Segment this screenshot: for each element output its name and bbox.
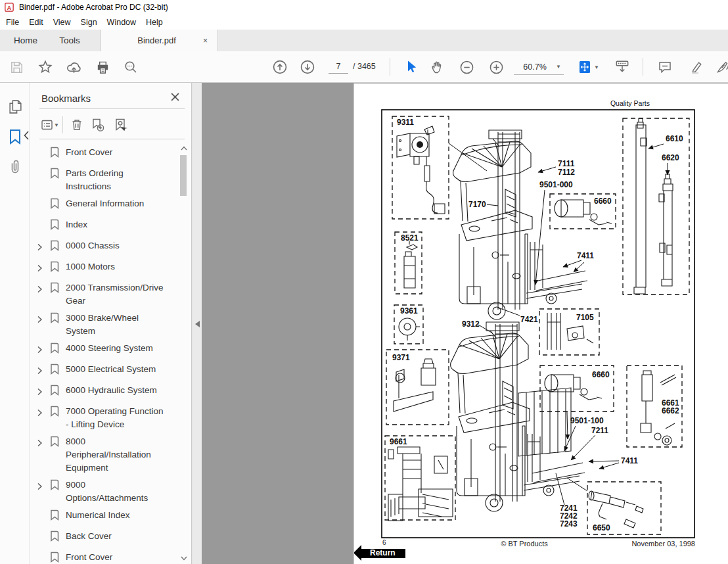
expand-chevron-icon[interactable] (37, 438, 46, 450)
bookmark-item[interactable]: 2000 Transmission/Drive Gear (30, 281, 180, 308)
bookmarks-scrollbar[interactable] (179, 143, 188, 563)
bookmarks-panel-icon[interactable] (6, 128, 24, 146)
main-toolbar: 7 / 3465 60.7%▼ ▼ (0, 51, 728, 83)
bookmark-item[interactable]: 7000 Operating Function - Lifting Device (30, 405, 180, 431)
sign-button[interactable] (713, 57, 728, 77)
comment-button[interactable] (655, 57, 675, 77)
divider (39, 139, 185, 139)
expand-chevron-icon[interactable] (37, 481, 46, 493)
bookmark-item[interactable]: Index (30, 218, 180, 235)
quality-parts-label: Quality Parts (610, 99, 650, 107)
bookmark-flag-icon (50, 282, 60, 296)
tab-tools[interactable]: Tools (54, 30, 85, 51)
scroll-down-icon[interactable] (179, 553, 188, 563)
bookmark-label: Index (66, 218, 87, 231)
tab-close-icon[interactable]: × (203, 36, 217, 45)
bookmark-item[interactable]: 4000 Steering System (30, 342, 180, 359)
expand-chevron-icon[interactable] (37, 365, 46, 377)
page-number-input[interactable]: 7 (329, 59, 348, 74)
next-page-button[interactable] (298, 57, 317, 77)
part-label-9501-100: 9501-100 (570, 416, 604, 425)
zoom-out-button[interactable] (457, 57, 476, 77)
expand-chevron-icon[interactable] (37, 242, 46, 254)
expand-chevron-icon[interactable] (37, 263, 46, 275)
search-button[interactable] (121, 57, 141, 77)
fit-page-button[interactable] (575, 57, 595, 77)
scrollbar-thumb[interactable] (180, 155, 187, 196)
bookmark-options-button[interactable] (39, 117, 55, 133)
collapse-panel-icon[interactable] (195, 321, 200, 327)
expand-chevron-icon[interactable] (37, 408, 46, 419)
bookmark-label: 6000 Hydraulic System (66, 384, 157, 397)
menu-window[interactable]: Window (106, 16, 137, 28)
bookmark-label: 9000 Options/Attachments (66, 479, 148, 505)
cloud-upload-button[interactable] (64, 57, 83, 77)
menu-edit[interactable]: Edit (28, 16, 44, 28)
part-label-9312: 9312 (462, 319, 480, 329)
attachments-icon[interactable] (6, 158, 24, 176)
bookmark-item[interactable]: 9000 Options/Attachments (30, 479, 180, 505)
delete-bookmark-button[interactable] (69, 117, 85, 133)
bookmark-item[interactable]: Numerical Index (30, 509, 180, 526)
bookmark-item[interactable]: Parts Ordering Instructions (30, 167, 180, 193)
bookmark-item[interactable]: Front Cover (30, 146, 180, 163)
return-label: Return (370, 548, 396, 557)
bookmark-label: Front Cover (66, 551, 112, 564)
bookmark-item[interactable]: General Information (30, 197, 180, 214)
bookmark-item[interactable]: 1000 Motors (30, 260, 180, 277)
bookmark-item[interactable]: Front Cover (30, 551, 180, 564)
hand-tool-button[interactable] (427, 57, 447, 77)
panel-collapse-strip[interactable] (193, 83, 202, 564)
bookmark-label: 2000 Transmission/Drive Gear (66, 281, 164, 308)
zoom-level-control[interactable]: 60.7%▼ (514, 59, 564, 75)
part-label-6610: 6610 (666, 134, 683, 143)
tab-document[interactable]: Binder.pdf × (101, 30, 218, 51)
return-button[interactable]: Return (354, 545, 405, 561)
add-bookmark-button[interactable] (90, 117, 106, 133)
save-button[interactable] (7, 57, 26, 77)
bookmark-item[interactable]: 6000 Hydraulic System (30, 384, 180, 401)
bookmark-item[interactable]: 5000 Electrical System (30, 363, 180, 380)
star-button[interactable] (35, 57, 55, 77)
menu-help[interactable]: Help (145, 16, 164, 28)
bookmarks-toolbar: ▼ (39, 116, 128, 134)
zoom-in-button[interactable] (486, 57, 506, 77)
part-label-7211: 7211 (591, 426, 608, 435)
tab-home[interactable]: Home (10, 30, 41, 51)
highlight-button[interactable] (687, 57, 706, 77)
bookmarks-close-icon[interactable] (169, 92, 181, 105)
expand-chevron-icon[interactable] (37, 387, 46, 398)
pdf-page: 9311852193619371966166607105666066507111… (353, 83, 728, 564)
bookmark-flag-icon (50, 168, 60, 181)
bookmark-flag-icon (50, 240, 60, 254)
bookmark-item[interactable]: Back Cover (30, 530, 180, 547)
display-settings-button[interactable] (612, 57, 632, 77)
zoom-level-value: 60.7% (514, 62, 556, 72)
acrobat-window: { "window": {"title": "Binder.pdf - Adob… (0, 0, 728, 564)
page-number-label: 6 (382, 539, 386, 546)
menu-view[interactable]: View (53, 16, 72, 28)
part-label-9661: 9661 (390, 437, 407, 446)
menu-sign[interactable]: Sign (80, 16, 98, 28)
bookmark-item[interactable]: 8000 Peripheral/Installation Equipment (30, 435, 180, 475)
expand-chevron-icon[interactable] (37, 284, 46, 296)
document-area[interactable]: 9311852193619371966166607105666066507111… (202, 83, 728, 564)
page-count-label: / 3465 (353, 59, 376, 74)
bookmark-item[interactable]: 3000 Brake/Wheel System (30, 312, 180, 338)
fit-page-caret-icon[interactable]: ▼ (593, 57, 601, 77)
scroll-up-icon[interactable] (179, 143, 188, 153)
expand-chevron-icon[interactable] (37, 344, 46, 356)
expand-chevron-icon[interactable] (37, 314, 46, 326)
print-button[interactable] (93, 57, 112, 77)
page-thumbnails-icon[interactable] (6, 97, 24, 116)
expand-bookmark-button[interactable] (112, 117, 128, 133)
menu-file[interactable]: File (5, 16, 20, 28)
options-caret-icon: ▼ (54, 122, 59, 128)
select-tool-button[interactable] (401, 57, 421, 77)
previous-page-button[interactable] (270, 57, 290, 77)
part-label-6662: 6662 (662, 406, 679, 415)
bookmark-item[interactable]: 0000 Chassis (30, 239, 180, 256)
part-label-7105: 7105 (576, 313, 594, 322)
bookmark-label: 5000 Electrical System (66, 363, 156, 376)
parts-diagram: 9311852193619371966166607105666066507111… (354, 83, 728, 564)
